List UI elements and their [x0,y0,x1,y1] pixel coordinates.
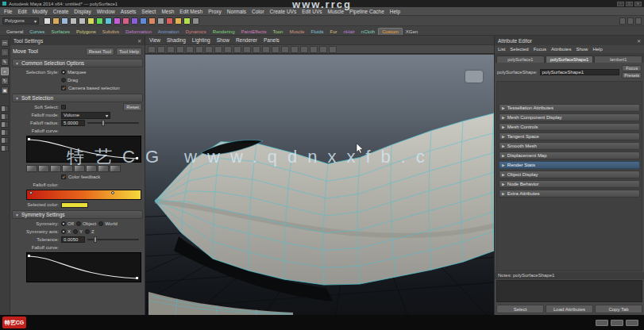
grid-toggle-icon[interactable] [157,46,165,53]
shadows-icon[interactable] [262,46,270,53]
snap-to-plane-icon[interactable] [140,17,147,25]
redo-icon[interactable] [79,17,86,25]
open-render-view-icon[interactable] [166,17,173,25]
attribute-editor-menu-item[interactable]: Show [576,47,588,52]
viewport-menu-item[interactable]: Panels [264,37,280,43]
attribute-section-bar[interactable]: ▶ Extra Attributes [499,190,640,198]
menu-set-selector[interactable]: Polygons▾ [2,17,39,25]
attribute-section-bar[interactable]: ▶ Mesh Component Display [499,113,640,121]
snap-to-grid-icon[interactable] [114,17,121,25]
attribute-editor-tab[interactable]: lambert1 [594,56,642,63]
soft-select-reset-button[interactable]: Reset [123,103,142,111]
symmetry-falloff-curve-editor[interactable] [26,252,141,282]
section-soft-selection[interactable]: ▼ Soft Selection [12,94,143,102]
attribute-section-bar[interactable]: ▶ Tessellation Attributes [499,104,640,112]
viewport-menu-item[interactable]: Show [217,37,229,43]
show-channel-box-toggle[interactable] [635,17,642,25]
falloff-radius-field[interactable]: 5.0000 [61,120,85,126]
select-tool-icon[interactable]: ▭ [1,39,9,47]
menu-item[interactable]: Create [53,9,69,14]
textured-mode-icon[interactable] [243,46,251,53]
attribute-editor-menu-item[interactable]: Selected [510,47,528,52]
select-by-hierarchy-icon[interactable] [87,17,94,25]
axis-x-radio[interactable]: X [61,229,71,234]
attribute-section-bar[interactable]: ▶ Mesh Controls [499,123,640,131]
persp-outliner-layout-button[interactable] [1,121,9,128]
tolerance-field[interactable]: 0.0050 [61,236,85,243]
hard-curve-preset[interactable] [62,165,73,172]
linear-curve-preset[interactable] [50,165,61,172]
attribute-editor-tab[interactable]: polySurface1 [496,56,545,63]
falloff-mode-dropdown[interactable]: Volume ▾ [61,112,110,119]
viewport-menu-item[interactable]: Renderer [236,37,257,43]
attribute-editor-menu-item[interactable]: Help [592,47,602,52]
soft-select-checkbox[interactable] [61,105,66,109]
close-icon[interactable]: ✕ [637,38,641,44]
render-current-frame-icon[interactable] [175,17,182,25]
persp-graph-layout-button[interactable] [1,129,9,136]
rotate-tool-icon[interactable]: ↻ [1,77,9,85]
attribute-editor-menu-item[interactable]: Attributes [551,47,571,52]
shelf-tab[interactable]: nCloth [358,29,378,35]
shelf-tab[interactable]: Fur [326,29,340,35]
ramp-marker[interactable] [111,191,114,194]
persp-uv-layout-button[interactable] [1,145,9,152]
attribute-editor-button[interactable]: Load Attributes [546,305,593,313]
player-volume-button[interactable] [611,320,623,326]
menu-item[interactable]: Mesh [161,9,174,14]
shelf-tab[interactable]: nHair [340,29,357,35]
ring-curve-preset[interactable] [110,165,121,172]
falloff-radius-slider[interactable] [87,122,139,124]
menu-item[interactable]: Normals [227,9,246,14]
shelf-tab[interactable]: Polygons [73,29,99,35]
menu-item[interactable]: Muscle [327,9,344,14]
make-live-icon[interactable] [148,17,156,25]
falloff-color-ramp[interactable] [26,190,141,200]
node-name-field[interactable]: polySurfaceShape1 [540,69,620,75]
film-gate-icon[interactable] [167,46,175,53]
attribute-editor-button[interactable]: Select [496,305,544,313]
menu-item[interactable]: Edit Mesh [179,9,202,14]
select-by-object-icon[interactable] [96,17,103,25]
axis-z-radio[interactable]: Z [85,229,94,234]
shelf-tab[interactable]: General [3,29,26,35]
selected-color-swatch[interactable] [61,202,88,208]
attribute-section-bar[interactable]: ▶ Node Behavior [499,180,640,188]
field-chart-icon[interactable] [195,46,203,53]
medium-curve-preset[interactable] [38,165,49,172]
tool-help-button[interactable]: Tool Help [116,48,142,56]
multisampling-icon[interactable] [291,46,299,53]
depth-of-field-icon[interactable] [300,46,308,53]
symmetry-object-radio[interactable]: Object [76,221,96,226]
scale-tool-icon[interactable]: ▣ [1,86,9,94]
menu-item[interactable]: Display [74,9,91,14]
maximize-button[interactable]: □ [626,2,633,6]
hypershade-persp-layout-button[interactable] [1,137,9,144]
shelf-tab[interactable]: XGen [403,29,421,35]
construction-history-icon[interactable] [157,17,164,25]
safe-action-icon[interactable] [205,46,213,53]
camera-based-selection-checkbox[interactable] [61,86,66,90]
stairs-curve-preset[interactable] [98,165,109,172]
shelf-tab[interactable]: Animation [155,29,183,35]
close-icon[interactable]: ✕ [137,38,141,44]
section-common-selection-options[interactable]: ▼ Common Selection Options [12,59,143,67]
attribute-section-bar[interactable]: ▶ Smooth Mesh [499,142,640,150]
ramp-marker[interactable] [29,191,33,194]
paint-select-tool-icon[interactable]: ✎ [1,58,9,66]
crater-curve-preset[interactable] [74,165,85,172]
shaded-mode-icon[interactable] [233,46,241,53]
attribute-editor-button[interactable]: Copy Tab [595,305,642,313]
menu-item[interactable]: Proxy [208,9,222,14]
xray-icon[interactable] [319,46,327,53]
color-feedback-checkbox[interactable] [61,175,66,179]
shelf-tab[interactable]: Fluids [307,29,326,35]
single-pane-layout-button[interactable] [1,106,9,112]
save-scene-icon[interactable] [61,17,68,25]
viewport-menu-item[interactable]: Shading [167,37,186,43]
menu-item[interactable]: Select [141,9,156,14]
four-pane-layout-button[interactable] [1,113,9,120]
shelf-tab[interactable]: Surfaces [48,29,73,35]
menu-item[interactable]: Assets [121,9,137,14]
shelf-tab[interactable]: Custom [378,28,403,35]
